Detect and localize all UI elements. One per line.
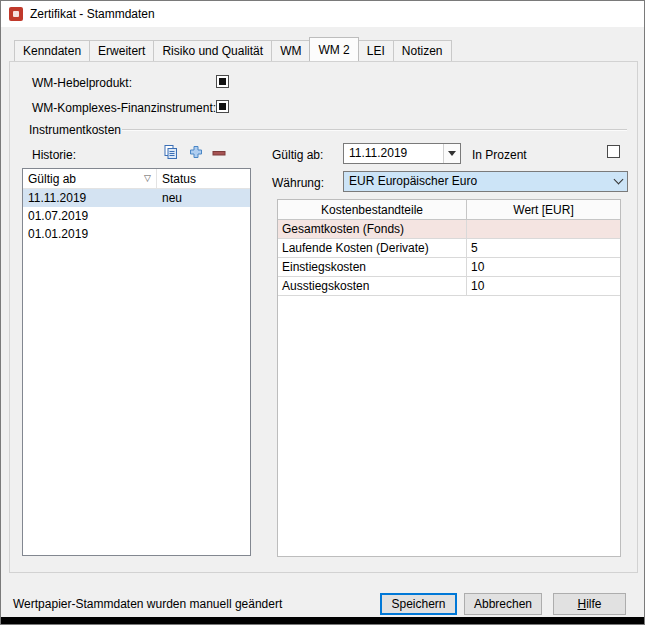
tab-risiko-und-qualitaet[interactable]: Risiko und Qualität [153, 40, 272, 61]
kosten-name-cell: Laufende Kosten (Derivate) [278, 239, 467, 257]
copy-icon [163, 144, 179, 160]
column-header-wert: Wert [EUR] [467, 200, 620, 219]
tab-strip: Kenndaten Erweitert Risiko und Qualität … [14, 40, 451, 61]
gueltig-ab-label: Gültig ab: [272, 148, 323, 162]
column-header-gueltig-ab[interactable]: Gültig ab ▽ [23, 169, 157, 188]
wm-komplexes-checkbox[interactable] [216, 100, 229, 113]
bottom-edge [1, 617, 644, 624]
cancel-button[interactable]: Abbrechen [464, 593, 542, 615]
waehrung-label: Währung: [272, 176, 324, 190]
sort-filter-icon[interactable]: ▽ [144, 173, 151, 183]
gueltig-ab-combobox[interactable]: 11.11.2019 [343, 143, 461, 164]
wm-hebelprodukt-checkbox[interactable] [216, 75, 229, 88]
remove-button[interactable] [210, 144, 228, 162]
historie-list-header: Gültig ab ▽ Status [23, 169, 250, 189]
gueltig-ab-value: 11.11.2019 [344, 144, 443, 163]
kosten-table-header: Kostenbestandteile Wert [EUR] [278, 200, 620, 220]
help-button[interactable]: Hilfe [553, 593, 626, 615]
kosten-wert-cell[interactable] [467, 220, 620, 238]
tab-erweitert[interactable]: Erweitert [89, 40, 154, 61]
app-icon [9, 7, 23, 21]
kosten-table: Kostenbestandteile Wert [EUR] Gesamtkost… [277, 199, 621, 557]
in-prozent-checkbox[interactable] [607, 145, 620, 158]
tab-wm-2[interactable]: WM 2 [309, 37, 358, 61]
group-divider [122, 129, 627, 130]
wm-komplexes-label: WM-Komplexes-Finanzinstrument: [32, 101, 216, 115]
column-header-status[interactable]: Status [157, 169, 250, 188]
kosten-wert-cell[interactable]: 5 [467, 239, 620, 257]
plus-icon [188, 144, 204, 160]
kosten-wert-cell[interactable]: 10 [467, 258, 620, 276]
tab-wm[interactable]: WM [271, 40, 310, 61]
tab-page-wm2: WM-Hebelprodukt: WM-Komplexes-Finanzinst… [9, 61, 638, 573]
kosten-name-cell: Gesamtkosten (Fonds) [278, 220, 467, 238]
kosten-name-cell: Einstiegskosten [278, 258, 467, 276]
tab-notizen[interactable]: Notizen [393, 40, 452, 61]
historie-list: Gültig ab ▽ Status 11.11.2019 neu 01.07.… [22, 168, 251, 556]
list-item[interactable]: 11.11.2019 neu [23, 189, 250, 207]
wm-hebelprodukt-label: WM-Hebelprodukt: [32, 76, 132, 90]
list-item[interactable]: 01.07.2019 [23, 207, 250, 225]
window-title: Zertifikat - Stammdaten [30, 7, 155, 21]
add-button[interactable] [187, 143, 205, 161]
instrumentkosten-group-label: Instrumentkosten [29, 123, 121, 137]
dialog-window: Zertifikat - Stammdaten Kenndaten Erweit… [0, 0, 645, 625]
table-row[interactable]: Laufende Kosten (Derivate) 5 [278, 239, 620, 258]
historie-label: Historie: [32, 148, 76, 162]
titlebar: Zertifikat - Stammdaten [1, 1, 644, 27]
kosten-wert-cell[interactable]: 10 [467, 277, 620, 295]
table-row[interactable]: Einstiegskosten 10 [278, 258, 620, 277]
waehrung-value: EUR Europäischer Euro [344, 172, 610, 191]
list-item[interactable]: 01.01.2019 [23, 225, 250, 243]
table-row[interactable]: Gesamtkosten (Fonds) [278, 220, 620, 239]
tab-kenndaten[interactable]: Kenndaten [14, 40, 90, 61]
minus-icon [211, 145, 227, 161]
chevron-down-icon[interactable] [610, 172, 627, 191]
kosten-name-cell: Ausstiegskosten [278, 277, 467, 295]
in-prozent-label: In Prozent [472, 148, 527, 162]
waehrung-combobox[interactable]: EUR Europäischer Euro [343, 171, 628, 192]
dropdown-arrow-icon[interactable] [443, 144, 460, 163]
statusbar-text: Wertpapier-Stammdaten wurden manuell geä… [13, 597, 282, 611]
table-row[interactable]: Ausstiegskosten 10 [278, 277, 620, 296]
column-header-kostenbestandteile: Kostenbestandteile [278, 200, 467, 219]
tab-lei[interactable]: LEI [358, 40, 394, 61]
copy-button[interactable] [162, 143, 180, 161]
save-button[interactable]: Speichern [380, 593, 457, 615]
